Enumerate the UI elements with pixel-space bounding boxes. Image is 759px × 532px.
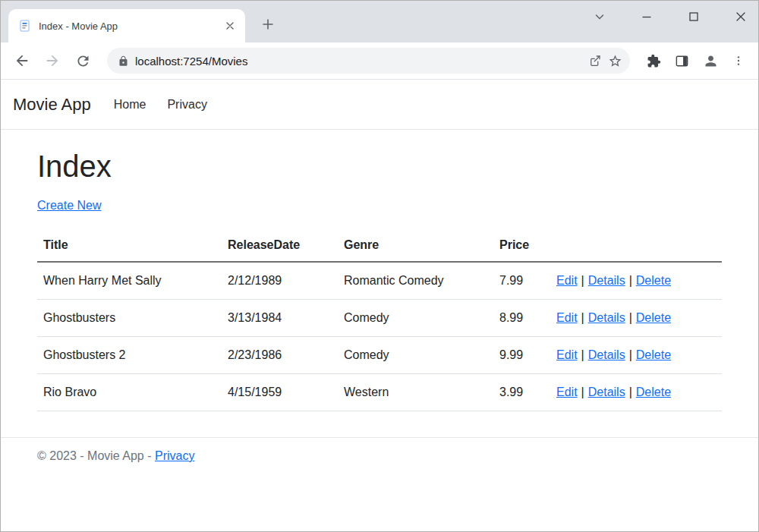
copyright-text: © 2023 - Movie App - bbox=[37, 449, 155, 462]
cell-title: When Harry Met Sally bbox=[37, 262, 222, 300]
toolbar-right-icons bbox=[639, 53, 751, 69]
new-tab-icon[interactable] bbox=[257, 14, 279, 35]
cell-title: Ghostbusters 2 bbox=[37, 337, 222, 374]
header-price: Price bbox=[493, 229, 550, 262]
tab-search-chevron-icon[interactable] bbox=[590, 7, 609, 27]
movies-table: Title ReleaseDate Genre Price When Harry… bbox=[37, 229, 722, 411]
forward-button[interactable] bbox=[39, 47, 66, 74]
cell-price: 7.99 bbox=[493, 262, 550, 300]
header-release-date: ReleaseDate bbox=[222, 229, 338, 262]
table-row: Ghostbusters 2 2/23/1986 Comedy 9.99 Edi… bbox=[37, 337, 722, 374]
tab-title: Index - Movie App bbox=[39, 20, 215, 32]
action-separator: | bbox=[629, 311, 632, 324]
cell-release-date: 4/15/1959 bbox=[222, 374, 338, 411]
tab-close-icon[interactable] bbox=[222, 18, 238, 33]
action-separator: | bbox=[629, 274, 632, 287]
footer-privacy-link[interactable]: Privacy bbox=[155, 449, 194, 462]
reload-button[interactable] bbox=[69, 47, 96, 74]
movies-tbody: When Harry Met Sally 2/12/1989 Romantic … bbox=[37, 262, 722, 411]
header-title: Title bbox=[37, 229, 222, 262]
delete-link[interactable]: Delete bbox=[636, 311, 671, 324]
header-actions bbox=[550, 229, 722, 262]
maximize-button[interactable] bbox=[684, 7, 704, 27]
create-new-link[interactable]: Create New bbox=[37, 199, 101, 212]
action-separator: | bbox=[581, 348, 584, 361]
table-row: Ghostbusters 3/13/1984 Comedy 8.99 Edit|… bbox=[37, 300, 722, 337]
cell-title: Rio Bravo bbox=[37, 374, 222, 411]
cell-title: Ghostbusters bbox=[37, 300, 222, 337]
window-controls bbox=[590, 7, 751, 27]
cell-actions: Edit|Details|Delete bbox=[550, 337, 722, 374]
kebab-menu-icon[interactable] bbox=[732, 55, 745, 67]
cell-genre: Comedy bbox=[338, 337, 493, 374]
table-row: Rio Bravo 4/15/1959 Western 3.99 Edit|De… bbox=[37, 374, 722, 411]
close-button[interactable] bbox=[731, 7, 751, 27]
action-separator: | bbox=[581, 386, 584, 398]
browser-tab[interactable]: Index - Movie App bbox=[8, 9, 245, 42]
url-text[interactable]: localhost:7254/Movies bbox=[135, 55, 582, 68]
edit-link[interactable]: Edit bbox=[556, 274, 578, 287]
nav-link-privacy[interactable]: Privacy bbox=[167, 98, 206, 112]
cell-actions: Edit|Details|Delete bbox=[550, 262, 722, 300]
browser-window: Index - Movie App bbox=[0, 0, 759, 532]
lock-icon[interactable] bbox=[118, 55, 129, 67]
cell-genre: Romantic Comedy bbox=[338, 262, 493, 300]
cell-price: 9.99 bbox=[493, 337, 550, 374]
share-icon[interactable] bbox=[588, 54, 602, 68]
action-separator: | bbox=[629, 348, 632, 361]
details-link[interactable]: Details bbox=[588, 274, 625, 287]
action-separator: | bbox=[581, 311, 584, 324]
nav-links: Home Privacy bbox=[114, 98, 207, 112]
cell-actions: Edit|Details|Delete bbox=[550, 374, 722, 411]
minimize-button[interactable] bbox=[637, 7, 657, 27]
browser-tab-strip: Index - Movie App bbox=[1, 1, 758, 42]
cell-genre: Western bbox=[338, 374, 493, 411]
details-link[interactable]: Details bbox=[588, 386, 625, 398]
edit-link[interactable]: Edit bbox=[556, 311, 578, 324]
details-link[interactable]: Details bbox=[588, 348, 625, 361]
main-content: Index Create New Title ReleaseDate Genre… bbox=[1, 150, 758, 411]
cell-actions: Edit|Details|Delete bbox=[550, 300, 722, 337]
bookmark-star-icon[interactable] bbox=[608, 54, 622, 68]
nav-link-home[interactable]: Home bbox=[114, 98, 146, 112]
header-genre: Genre bbox=[338, 229, 493, 262]
cell-price: 3.99 bbox=[493, 374, 550, 411]
delete-link[interactable]: Delete bbox=[636, 274, 671, 287]
cell-release-date: 2/23/1986 bbox=[222, 337, 338, 374]
delete-link[interactable]: Delete bbox=[636, 348, 671, 361]
brand-link[interactable]: Movie App bbox=[13, 95, 91, 115]
browser-toolbar: localhost:7254/Movies bbox=[1, 42, 758, 80]
favicon-icon bbox=[19, 20, 31, 32]
site-navbar: Movie App Home Privacy bbox=[1, 80, 758, 130]
cell-release-date: 2/12/1989 bbox=[222, 262, 338, 300]
cell-release-date: 3/13/1984 bbox=[222, 300, 338, 337]
details-link[interactable]: Details bbox=[588, 311, 625, 324]
side-panel-icon[interactable] bbox=[675, 54, 689, 68]
action-separator: | bbox=[581, 274, 584, 287]
table-header-row: Title ReleaseDate Genre Price bbox=[37, 229, 722, 262]
site-footer: © 2023 - Movie App - Privacy bbox=[1, 437, 758, 474]
cell-genre: Comedy bbox=[338, 300, 493, 337]
address-bar[interactable]: localhost:7254/Movies bbox=[107, 48, 630, 74]
extensions-puzzle-icon[interactable] bbox=[647, 54, 661, 68]
delete-link[interactable]: Delete bbox=[636, 386, 671, 398]
cell-price: 8.99 bbox=[493, 300, 550, 337]
profile-avatar-icon[interactable] bbox=[703, 53, 719, 69]
table-row: When Harry Met Sally 2/12/1989 Romantic … bbox=[37, 262, 722, 300]
edit-link[interactable]: Edit bbox=[556, 348, 578, 361]
action-separator: | bbox=[629, 386, 632, 398]
page-title: Index bbox=[37, 150, 722, 184]
back-button[interactable] bbox=[8, 47, 36, 74]
edit-link[interactable]: Edit bbox=[556, 386, 578, 398]
